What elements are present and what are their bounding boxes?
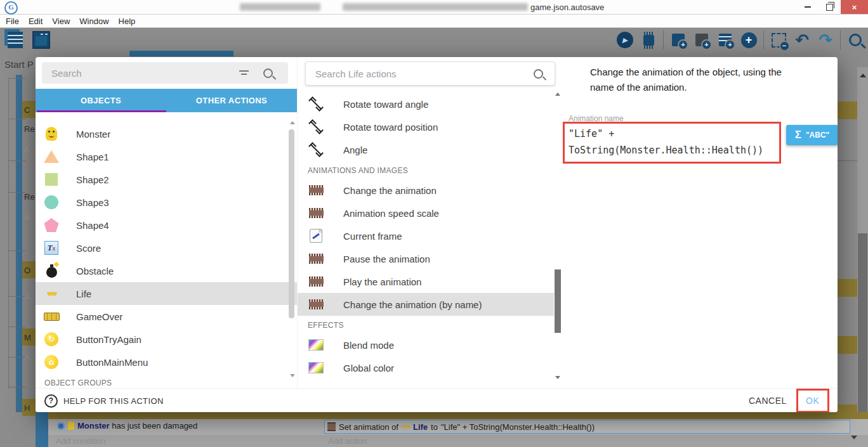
action-item-blend-mode[interactable]: Blend mode <box>298 334 554 356</box>
tab-other-actions[interactable]: OTHER ACTIONS <box>166 89 297 112</box>
background-selected-event <box>838 101 858 119</box>
object-item-score[interactable]: Score <box>36 236 297 259</box>
help-icon: ? <box>44 394 58 408</box>
event-condition[interactable]: Monster has just been damaged <box>57 421 197 431</box>
dialog-footer: ? HELP FOR THIS ACTION CANCEL OK <box>36 388 838 412</box>
event-tree-guide <box>8 78 9 389</box>
search-icon[interactable] <box>846 31 864 49</box>
object-item-gameover[interactable]: GameOver <box>36 305 297 328</box>
rotate-icon <box>308 119 324 135</box>
object-item-shape4[interactable]: Shape4 <box>36 214 297 236</box>
object-label: Shape3 <box>76 197 109 208</box>
object-item-shape2[interactable]: Shape2 <box>36 168 297 191</box>
scroll-up-arrow-icon[interactable] <box>860 74 866 77</box>
background-selected-event <box>838 279 858 297</box>
menu-view[interactable]: View <box>52 16 70 26</box>
annotation-highlight-ok <box>796 389 829 412</box>
scenes-list-icon[interactable] <box>6 31 24 49</box>
action-label: Blend mode <box>343 340 394 351</box>
action-item-animation-speed-scale[interactable]: Animation speed scale <box>298 202 554 224</box>
object-label: Life <box>76 288 91 299</box>
object-label: Shape1 <box>76 152 109 162</box>
add-event-icon[interactable] <box>669 31 687 49</box>
add-condition-link[interactable]: Add condition <box>56 436 106 446</box>
object-label: Score <box>76 243 101 254</box>
play-icon[interactable]: ▶ <box>616 31 634 49</box>
add-action-link[interactable]: Add action <box>328 436 367 446</box>
gdevelop-logo-icon: G <box>4 1 18 15</box>
action-label: Global color <box>343 363 394 373</box>
background-event-text: A <box>24 353 36 362</box>
add-comment-icon[interactable] <box>716 31 734 49</box>
monster-mini-icon <box>68 422 74 430</box>
event-action-selected[interactable]: Set animation of ♥♥♥ Life to "Life" + To… <box>324 420 850 434</box>
rainbow-icon <box>308 337 324 353</box>
filter-icon[interactable] <box>239 70 249 76</box>
minimize-button[interactable] <box>798 0 818 14</box>
action-item-global-color[interactable]: Global color <box>298 356 554 379</box>
menu-edit[interactable]: Edit <box>29 16 43 26</box>
scene-tab-label: Start P <box>4 59 36 70</box>
add-circle-icon[interactable]: + <box>740 31 758 49</box>
rotate-icon <box>308 141 324 158</box>
restore-button[interactable] <box>819 0 839 14</box>
object-item-shape1[interactable]: Shape1 <box>36 145 297 168</box>
life-mini-icon: ♥♥♥ <box>402 424 410 430</box>
help-label: HELP FOR THIS ACTION <box>63 396 164 406</box>
film-icon <box>308 182 324 198</box>
delete-event-icon[interactable] <box>770 31 787 49</box>
action-item-rotate-toward-position[interactable]: Rotate toward position <box>298 115 554 138</box>
menu-window[interactable]: Window <box>79 16 109 26</box>
menu-help[interactable]: Help <box>119 16 136 26</box>
action-object-name: Life <box>413 422 428 432</box>
frame-icon <box>308 228 324 244</box>
action-item-current-frame[interactable]: Current frame <box>298 224 554 247</box>
scroll-down-arrow-icon[interactable] <box>555 376 560 379</box>
object-item-obstacle[interactable]: Obstacle <box>36 259 297 282</box>
debug-icon[interactable] <box>640 31 657 49</box>
action-item-pause-the-animation[interactable]: Pause the animation <box>298 247 554 270</box>
film-mini-icon <box>327 422 336 431</box>
events-scrollbar-thumb[interactable] <box>858 233 867 430</box>
object-item-buttonmainmenu[interactable]: ⌂ButtonMainMenu <box>36 351 297 373</box>
help-button[interactable]: ? HELP FOR THIS ACTION <box>44 394 164 408</box>
undo-icon[interactable]: ↶ <box>793 31 811 49</box>
expression-button-label: "ABC" <box>806 131 829 139</box>
text-icon <box>43 240 60 256</box>
search-actions-placeholder: Search Life actions <box>315 68 534 79</box>
actions-scrollbar-thumb[interactable] <box>555 269 561 333</box>
objects-scrollbar-thumb[interactable] <box>289 129 294 318</box>
action-item-change-the-animation-by-name-[interactable]: Change the animation (by name) <box>298 293 554 316</box>
triangle-icon <box>43 148 60 165</box>
search-icon <box>534 69 543 79</box>
open-expression-editor-button[interactable]: Σ "ABC" <box>786 125 838 145</box>
action-item-play-the-animation[interactable]: Play the animation <box>298 270 554 293</box>
action-item-rotate-toward-angle[interactable]: Rotate toward angle <box>298 93 554 115</box>
scroll-up-arrow-icon[interactable] <box>555 93 560 96</box>
scroll-up-arrow-icon[interactable] <box>290 121 295 124</box>
object-item-buttontryagain[interactable]: ↻ButtonTryAgain <box>36 328 297 351</box>
object-item-life[interactable]: ♥♥♥Life <box>36 282 297 305</box>
event-add-row <box>48 435 868 447</box>
action-prefix: Set animation of <box>339 422 398 432</box>
action-label: Current frame <box>343 231 402 242</box>
search-actions-input[interactable]: Search Life actions <box>305 62 555 86</box>
action-item-angle[interactable]: Angle <box>298 138 554 161</box>
action-item-change-the-animation[interactable]: Change the animation <box>298 179 554 202</box>
search-input[interactable]: Search <box>42 62 288 84</box>
object-label: Monster <box>76 129 110 139</box>
cancel-button[interactable]: CANCEL <box>749 396 787 406</box>
scroll-down-arrow-icon[interactable] <box>290 374 295 377</box>
action-connector: to <box>431 422 438 432</box>
tab-objects[interactable]: OBJECTS <box>36 89 166 112</box>
actions-panel: Search Life actions Rotate toward angleR… <box>297 57 563 388</box>
object-item-shape3[interactable]: Shape3 <box>36 191 297 214</box>
menu-file[interactable]: File <box>6 16 19 26</box>
scroll-down-arrow-icon[interactable] <box>851 436 857 439</box>
add-subevent-icon[interactable] <box>693 31 711 49</box>
object-item-monster[interactable]: Monster <box>36 122 297 145</box>
close-button[interactable]: × <box>841 0 868 14</box>
scene-editor-icon[interactable] <box>32 31 50 49</box>
redo-icon[interactable]: ↷ <box>817 31 834 49</box>
object-label: ButtonTryAgain <box>76 334 141 345</box>
